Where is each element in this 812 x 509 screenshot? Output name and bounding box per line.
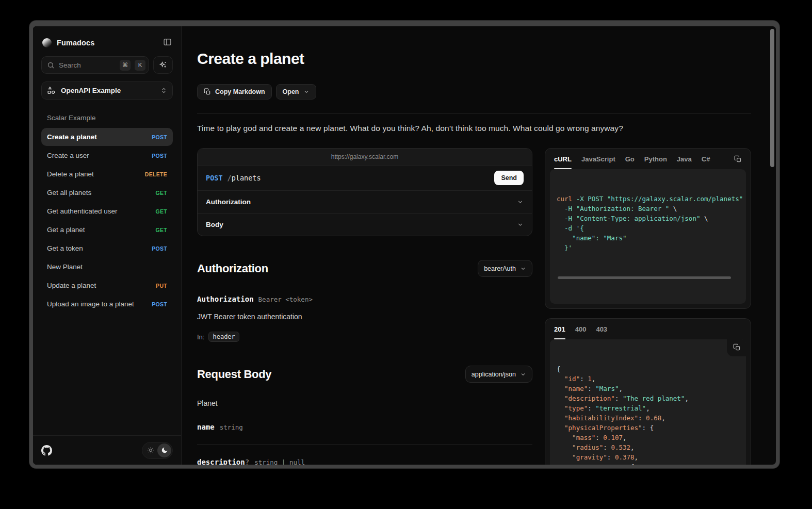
tab-403[interactable]: 403 (596, 319, 607, 339)
github-icon[interactable] (41, 445, 52, 456)
code-line: { (557, 364, 739, 374)
sidebar-item-get-a-token[interactable]: Get a tokenPOST (41, 239, 173, 257)
sidebar-item-create-a-user[interactable]: Create a userPOST (41, 146, 173, 165)
sidebar-item-create-a-planet[interactable]: Create a planetPOST (41, 128, 173, 146)
code-line: "name": "Mars" (557, 233, 739, 243)
sidebar-item-update-a-planet[interactable]: Update a planetPUT (41, 276, 173, 294)
content-type-value: application/json (472, 371, 516, 378)
auth-param-name: Authorization (197, 295, 254, 303)
sidebar-item-delete-a-planet[interactable]: Delete a planetDELETE (41, 165, 173, 183)
moon-icon[interactable] (157, 444, 171, 457)
window-scrollbar[interactable] (770, 29, 774, 167)
sidebar-header: Fumadocs (41, 34, 173, 56)
chevron-down-icon (303, 89, 310, 95)
code-line: }' (557, 243, 739, 253)
code-line: "type": "terrestrial", (557, 403, 739, 413)
kbd-k: K (135, 60, 145, 71)
request-path-slash: / (228, 174, 232, 182)
horizontal-scrollbar[interactable] (558, 276, 731, 279)
method-badge: GET (156, 227, 168, 233)
open-button[interactable]: Open (276, 84, 316, 100)
sidebar-item-get-a-planet[interactable]: Get a planetGET (41, 221, 173, 239)
tab-400[interactable]: 400 (575, 319, 587, 339)
chevron-up-down-icon (160, 87, 167, 94)
code-line: curl -X POST "https://galaxy.scalar.com/… (557, 194, 739, 204)
authorization-collapse[interactable]: Authorization (198, 190, 532, 213)
request-body-title: Request Body (197, 368, 271, 381)
copy-response-button[interactable] (727, 339, 746, 356)
sidebar-item-get-all-planets[interactable]: Get all planetsGET (41, 184, 173, 202)
header-divider (197, 113, 751, 114)
response-code-block: { "id": 1, "name": "Mars", "description"… (550, 339, 746, 465)
sidebar-item-label: Get a token (47, 244, 148, 252)
sidebar-item-label: New Planet (47, 263, 167, 271)
auth-description: JWT Bearer token authentication (197, 313, 532, 321)
search-placeholder: Search (59, 61, 116, 69)
tab-javascript[interactable]: JavaScript (581, 149, 615, 169)
tab-java[interactable]: Java (677, 149, 692, 169)
property-row-description: description?string | null (197, 444, 532, 465)
body-collapse[interactable]: Body (198, 213, 532, 236)
sidebar-item-label: Create a user (47, 152, 148, 159)
sidebar-item-upload-an-image-to-a-planet[interactable]: Upload an image to a planetPOST (41, 295, 173, 313)
send-button[interactable]: Send (494, 171, 524, 185)
content-type-select[interactable]: application/json (465, 366, 532, 383)
sidebar-item-label: Get authenticated user (47, 207, 152, 215)
sparkles-icon (159, 61, 167, 69)
app-window: Fumadocs Search ⌘ K (29, 21, 779, 468)
property-type: string (220, 423, 243, 431)
chevron-down-icon (517, 199, 524, 205)
property-type: string | null (254, 458, 305, 465)
method-badge: POST (152, 134, 167, 140)
theme-toggle[interactable] (142, 442, 173, 459)
workspace-selector[interactable]: OpenAPI Example (41, 81, 173, 100)
search-row: Search ⌘ K (41, 56, 173, 74)
kbd-cmd: ⌘ (120, 60, 131, 71)
app-content: Fumadocs Search ⌘ K (33, 26, 776, 465)
property-name: name (197, 423, 215, 431)
sun-icon[interactable] (143, 444, 157, 457)
method-badge: POST (152, 153, 167, 159)
sidebar-footer (33, 435, 181, 465)
response-tabs: 201400403 (550, 319, 746, 339)
tab-python[interactable]: Python (644, 149, 667, 169)
brand-title: Fumadocs (57, 39, 158, 47)
sidebar-item-label: Delete a planet (47, 170, 141, 178)
sidebar-item-label: Create a planet (47, 133, 148, 141)
sidebar-item-label: Get all planets (47, 189, 152, 196)
body-collapse-label: Body (206, 221, 223, 228)
method-badge: POST (152, 245, 167, 252)
tab-c[interactable]: C# (702, 149, 710, 169)
sidebar-item-label: Get a planet (47, 226, 152, 234)
sidebar-nav: Scalar Example Create a planetPOSTCreate… (41, 100, 173, 435)
tab-go[interactable]: Go (625, 149, 635, 169)
page-actions: Copy Markdown Open (197, 84, 751, 100)
page-title: Create a planet (197, 50, 751, 68)
panel-left-icon (163, 38, 172, 48)
copy-markdown-button[interactable]: Copy Markdown (197, 84, 272, 100)
security-scheme-value: bearerAuth (484, 265, 516, 272)
copy-icon (204, 88, 211, 95)
request-body-section: Request Body application/json Planet nam… (197, 366, 532, 465)
ai-assistant-button[interactable] (153, 56, 173, 74)
schema-name: Planet (197, 399, 532, 407)
sidebar-item-label: Upload an image to a planet (47, 300, 148, 308)
tab-201[interactable]: 201 (554, 319, 565, 339)
copy-code-button[interactable] (734, 155, 742, 163)
code-sample-panel: cURLJavaScriptGoPythonJavaC# curl -X POS… (545, 148, 751, 309)
code-line: -d '{ (557, 223, 739, 233)
sidebar-item-new-planet[interactable]: New Planet (41, 258, 173, 276)
code-line: "temperature": { (557, 462, 739, 465)
code-line: "physicalProperties": { (557, 423, 739, 433)
tab-curl[interactable]: cURL (554, 149, 572, 169)
chevron-down-icon (520, 371, 526, 377)
sidebar-item-get-authenticated-user[interactable]: Get authenticated userGET (41, 202, 173, 220)
method-badge: PUT (156, 283, 167, 289)
sidebar: Fumadocs Search ⌘ K (33, 26, 182, 465)
property-list: namestringdescription?string | null (197, 409, 532, 465)
chevron-down-icon (517, 221, 524, 228)
sidebar-collapse-button[interactable] (163, 38, 172, 48)
code-sample-tabs: cURLJavaScriptGoPythonJavaC# (550, 149, 746, 169)
search-input[interactable]: Search ⌘ K (41, 56, 149, 74)
security-scheme-select[interactable]: bearerAuth (478, 260, 532, 277)
